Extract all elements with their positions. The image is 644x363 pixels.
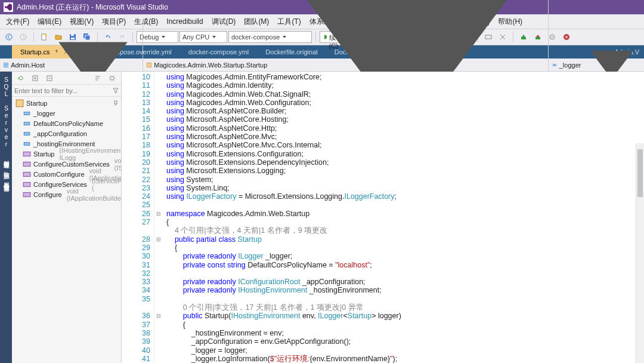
method-icon xyxy=(23,190,31,199)
vs-logo-icon xyxy=(4,2,13,12)
svg-rect-30 xyxy=(24,122,29,125)
outline-node[interactable]: Startup(IHostingEnvironment, ILogg xyxy=(12,149,121,159)
vertical-scrollbar[interactable] xyxy=(636,143,644,363)
pin-icon[interactable] xyxy=(113,100,119,106)
outline-signature: (IHostingEnvironment, ILogg xyxy=(59,147,121,161)
field-icon xyxy=(23,109,31,118)
field-icon xyxy=(23,140,31,148)
outline-label: _logger xyxy=(33,110,55,117)
outline-node[interactable]: DefaultCorsPolicyName xyxy=(12,118,121,128)
filter-input[interactable] xyxy=(12,87,110,94)
file-structure-panel: Startup_loggerDefaultCorsPolicyName_appC… xyxy=(12,72,122,363)
outline-node[interactable]: _logger xyxy=(12,108,121,118)
class-icon xyxy=(16,99,24,107)
outline-signature: void (IApplicationBuilder, xyxy=(67,187,121,202)
code-nav-bar: Admin.Host Magicodes.Admin.Web.Startup.S… xyxy=(0,59,644,72)
outline-label: CustomConfigure xyxy=(33,171,85,178)
filter-icon[interactable] xyxy=(110,85,121,96)
left-toolstrip: SQL Server 对象资源管理数据源服务器资源管理器 xyxy=(0,72,12,363)
method-icon xyxy=(23,160,31,168)
svg-rect-27 xyxy=(16,100,23,107)
svg-rect-28 xyxy=(114,101,117,104)
outline-label: _appConfiguration xyxy=(33,130,87,137)
outline-label: DefaultCorsPolicyName xyxy=(33,120,103,127)
field-icon xyxy=(23,130,31,138)
line-gutter: 1011121314151617181920212223242526272829… xyxy=(122,72,154,363)
outline-label: Startup xyxy=(33,150,54,158)
outline-node[interactable]: _appConfiguration xyxy=(12,128,121,139)
svg-rect-35 xyxy=(23,172,30,176)
expand-icon[interactable] xyxy=(29,72,42,85)
svg-rect-32 xyxy=(24,142,29,145)
svg-rect-36 xyxy=(23,182,30,186)
scrollbar-thumb[interactable] xyxy=(637,149,643,197)
collapse-icon[interactable] xyxy=(43,72,56,85)
svg-point-25 xyxy=(110,76,114,80)
collapsed-panel-tab[interactable]: 服务器资源管理器 xyxy=(2,174,10,186)
outline-tree: Startup_loggerDefaultCorsPolicyName_appC… xyxy=(12,97,121,363)
code-area[interactable]: using Magicodes.Admin.EntityFrameworkCor… xyxy=(163,72,644,363)
svg-rect-21 xyxy=(147,63,151,67)
collapsed-panel-tab[interactable]: 数据源 xyxy=(2,164,10,173)
method-icon xyxy=(23,170,31,179)
outline-toolbar xyxy=(12,72,121,85)
outline-filter[interactable] xyxy=(12,85,121,97)
outline-sort-icon[interactable] xyxy=(91,72,104,85)
sync-icon[interactable] xyxy=(14,72,27,85)
svg-rect-31 xyxy=(24,132,29,135)
svg-rect-22 xyxy=(553,64,556,66)
svg-rect-33 xyxy=(23,152,30,156)
outline-label: Configure xyxy=(33,191,62,198)
outline-node[interactable]: Startup xyxy=(12,98,121,108)
code-editor[interactable]: 1011121314151617181920212223242526272829… xyxy=(122,72,644,363)
main-area: SQL Server 对象资源管理数据源服务器资源管理器 Startup_log… xyxy=(0,72,644,363)
svg-rect-29 xyxy=(24,112,29,115)
collapsed-panel-tab[interactable]: SQL Server 对象资源管理 xyxy=(2,73,10,162)
field-icon xyxy=(23,119,31,128)
svg-rect-34 xyxy=(23,162,30,166)
outline-label: Startup xyxy=(26,100,47,107)
outline-settings-icon[interactable] xyxy=(106,72,119,85)
method-icon xyxy=(23,180,31,189)
outline-node[interactable]: Configurevoid (IApplicationBuilder, xyxy=(12,189,121,199)
fold-gutter[interactable]: ⊟⊟⊟ xyxy=(154,72,163,363)
method-icon xyxy=(23,150,31,158)
svg-rect-37 xyxy=(23,192,30,196)
